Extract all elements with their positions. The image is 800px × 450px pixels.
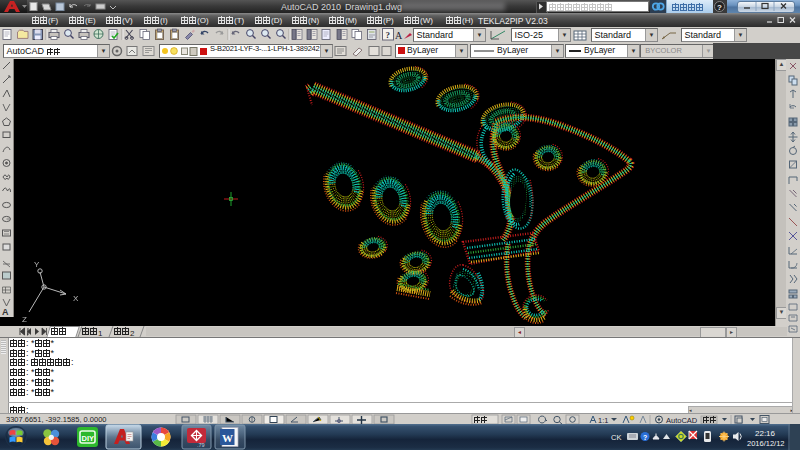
svg-text:?: ? <box>643 434 647 441</box>
svg-text:2016/12/12: 2016/12/12 <box>747 439 785 448</box>
svg-text:DIY: DIY <box>82 434 95 443</box>
svg-text:Y: Y <box>34 260 40 269</box>
svg-text:A: A <box>395 30 403 41</box>
svg-text:?: ? <box>386 30 391 40</box>
svg-text:22:16: 22:16 <box>755 429 776 438</box>
svg-text:CK: CK <box>611 433 621 442</box>
svg-text:Z: Z <box>22 315 27 324</box>
svg-text:.79: .79 <box>197 442 205 448</box>
svg-text:A: A <box>2 307 9 317</box>
svg-text:W: W <box>222 432 233 444</box>
svg-text:X: X <box>73 294 79 303</box>
svg-text:?: ? <box>717 3 722 12</box>
